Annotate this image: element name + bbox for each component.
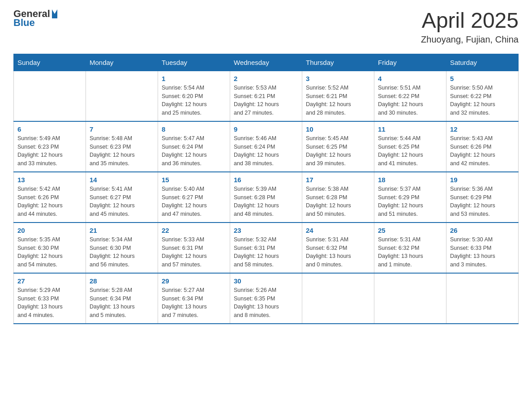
weekday-header-sunday: Sunday	[14, 54, 86, 71]
calendar-cell: 8Sunrise: 5:47 AM Sunset: 6:24 PM Daylig…	[158, 121, 230, 172]
calendar-cell: 19Sunrise: 5:36 AM Sunset: 6:29 PM Dayli…	[446, 172, 519, 223]
day-info: Sunrise: 5:32 AM Sunset: 6:31 PM Dayligh…	[234, 235, 298, 269]
day-info: Sunrise: 5:33 AM Sunset: 6:31 PM Dayligh…	[162, 235, 226, 269]
day-info: Sunrise: 5:48 AM Sunset: 6:23 PM Dayligh…	[90, 134, 154, 168]
calendar-cell: 3Sunrise: 5:52 AM Sunset: 6:21 PM Daylig…	[302, 71, 374, 121]
logo-blue-text: Blue	[13, 18, 57, 28]
day-info: Sunrise: 5:40 AM Sunset: 6:27 PM Dayligh…	[162, 185, 226, 218]
day-info: Sunrise: 5:53 AM Sunset: 6:21 PM Dayligh…	[234, 84, 298, 117]
day-number: 28	[90, 277, 154, 285]
weekday-header-friday: Friday	[374, 54, 446, 71]
calendar-cell: 21Sunrise: 5:34 AM Sunset: 6:30 PM Dayli…	[86, 223, 158, 273]
day-info: Sunrise: 5:44 AM Sunset: 6:25 PM Dayligh…	[378, 134, 442, 168]
day-number: 14	[90, 176, 154, 184]
calendar-cell	[374, 273, 446, 324]
day-number: 13	[17, 176, 82, 184]
day-number: 4	[378, 75, 442, 82]
calendar-cell: 9Sunrise: 5:46 AM Sunset: 6:24 PM Daylig…	[230, 121, 302, 172]
calendar-cell	[446, 273, 519, 324]
calendar-week-row: 6Sunrise: 5:49 AM Sunset: 6:23 PM Daylig…	[14, 121, 519, 172]
calendar-cell: 25Sunrise: 5:31 AM Sunset: 6:32 PM Dayli…	[374, 223, 446, 273]
day-number: 5	[450, 75, 515, 82]
day-info: Sunrise: 5:31 AM Sunset: 6:32 PM Dayligh…	[306, 235, 370, 269]
calendar-cell: 2Sunrise: 5:53 AM Sunset: 6:21 PM Daylig…	[230, 71, 302, 121]
title-block: April 2025 Zhuoyang, Fujian, China	[421, 9, 519, 45]
calendar-cell: 17Sunrise: 5:38 AM Sunset: 6:28 PM Dayli…	[302, 172, 374, 223]
calendar-cell: 10Sunrise: 5:45 AM Sunset: 6:25 PM Dayli…	[302, 121, 374, 172]
calendar-week-row: 27Sunrise: 5:29 AM Sunset: 6:33 PM Dayli…	[14, 273, 519, 324]
logo: General Blue	[13, 9, 57, 28]
calendar-cell: 11Sunrise: 5:44 AM Sunset: 6:25 PM Dayli…	[374, 121, 446, 172]
day-number: 3	[306, 75, 370, 82]
day-number: 9	[234, 125, 298, 133]
day-info: Sunrise: 5:54 AM Sunset: 6:20 PM Dayligh…	[162, 84, 226, 117]
day-info: Sunrise: 5:51 AM Sunset: 6:22 PM Dayligh…	[378, 84, 442, 117]
calendar-cell: 14Sunrise: 5:41 AM Sunset: 6:27 PM Dayli…	[86, 172, 158, 223]
day-info: Sunrise: 5:31 AM Sunset: 6:32 PM Dayligh…	[378, 235, 442, 269]
day-number: 30	[234, 277, 298, 285]
calendar-cell: 23Sunrise: 5:32 AM Sunset: 6:31 PM Dayli…	[230, 223, 302, 273]
calendar-cell: 12Sunrise: 5:43 AM Sunset: 6:26 PM Dayli…	[446, 121, 519, 172]
day-number: 17	[306, 176, 370, 184]
day-number: 7	[90, 125, 154, 133]
calendar-cell: 30Sunrise: 5:26 AM Sunset: 6:35 PM Dayli…	[230, 273, 302, 324]
calendar-cell: 29Sunrise: 5:27 AM Sunset: 6:34 PM Dayli…	[158, 273, 230, 324]
calendar-cell: 28Sunrise: 5:28 AM Sunset: 6:34 PM Dayli…	[86, 273, 158, 324]
day-number: 24	[306, 227, 370, 234]
calendar-cell	[86, 71, 158, 121]
day-info: Sunrise: 5:27 AM Sunset: 6:34 PM Dayligh…	[162, 286, 226, 320]
calendar-cell: 16Sunrise: 5:39 AM Sunset: 6:28 PM Dayli…	[230, 172, 302, 223]
day-info: Sunrise: 5:26 AM Sunset: 6:35 PM Dayligh…	[234, 286, 298, 320]
calendar-cell	[302, 273, 374, 324]
day-number: 20	[17, 227, 82, 234]
calendar-week-row: 13Sunrise: 5:42 AM Sunset: 6:26 PM Dayli…	[14, 172, 519, 223]
calendar-cell: 24Sunrise: 5:31 AM Sunset: 6:32 PM Dayli…	[302, 223, 374, 273]
day-number: 8	[162, 125, 226, 133]
calendar-week-row: 1Sunrise: 5:54 AM Sunset: 6:20 PM Daylig…	[14, 71, 519, 121]
day-number: 2	[234, 75, 298, 82]
calendar-cell: 1Sunrise: 5:54 AM Sunset: 6:20 PM Daylig…	[158, 71, 230, 121]
day-number: 11	[378, 125, 442, 133]
day-number: 16	[234, 176, 298, 184]
day-number: 15	[162, 176, 226, 184]
day-info: Sunrise: 5:34 AM Sunset: 6:30 PM Dayligh…	[90, 235, 154, 269]
day-number: 1	[162, 75, 226, 82]
day-number: 19	[450, 176, 515, 184]
day-info: Sunrise: 5:52 AM Sunset: 6:21 PM Dayligh…	[306, 84, 370, 117]
weekday-header-thursday: Thursday	[302, 54, 374, 71]
calendar-cell: 15Sunrise: 5:40 AM Sunset: 6:27 PM Dayli…	[158, 172, 230, 223]
day-info: Sunrise: 5:36 AM Sunset: 6:29 PM Dayligh…	[450, 185, 515, 218]
calendar-cell	[14, 71, 86, 121]
page-header: General Blue April 2025 Zhuoyang, Fujian…	[13, 9, 519, 45]
calendar-cell: 7Sunrise: 5:48 AM Sunset: 6:23 PM Daylig…	[86, 121, 158, 172]
day-number: 25	[378, 227, 442, 234]
calendar-table: SundayMondayTuesdayWednesdayThursdayFrid…	[13, 54, 519, 324]
day-number: 27	[17, 277, 82, 285]
day-number: 6	[17, 125, 82, 133]
day-number: 21	[90, 227, 154, 234]
weekday-header-saturday: Saturday	[446, 54, 519, 71]
day-info: Sunrise: 5:39 AM Sunset: 6:28 PM Dayligh…	[234, 185, 298, 218]
day-info: Sunrise: 5:28 AM Sunset: 6:34 PM Dayligh…	[90, 286, 154, 320]
day-info: Sunrise: 5:41 AM Sunset: 6:27 PM Dayligh…	[90, 185, 154, 218]
weekday-header-tuesday: Tuesday	[158, 54, 230, 71]
calendar-cell: 6Sunrise: 5:49 AM Sunset: 6:23 PM Daylig…	[14, 121, 86, 172]
day-number: 23	[234, 227, 298, 234]
weekday-header-monday: Monday	[86, 54, 158, 71]
calendar-cell: 26Sunrise: 5:30 AM Sunset: 6:33 PM Dayli…	[446, 223, 519, 273]
day-info: Sunrise: 5:46 AM Sunset: 6:24 PM Dayligh…	[234, 134, 298, 168]
day-number: 29	[162, 277, 226, 285]
calendar-cell: 4Sunrise: 5:51 AM Sunset: 6:22 PM Daylig…	[374, 71, 446, 121]
calendar-cell: 5Sunrise: 5:50 AM Sunset: 6:22 PM Daylig…	[446, 71, 519, 121]
calendar-cell: 22Sunrise: 5:33 AM Sunset: 6:31 PM Dayli…	[158, 223, 230, 273]
day-info: Sunrise: 5:42 AM Sunset: 6:26 PM Dayligh…	[17, 185, 82, 218]
day-info: Sunrise: 5:29 AM Sunset: 6:33 PM Dayligh…	[17, 286, 82, 320]
day-number: 18	[378, 176, 442, 184]
day-number: 26	[450, 227, 515, 234]
day-info: Sunrise: 5:45 AM Sunset: 6:25 PM Dayligh…	[306, 134, 370, 168]
weekday-header-row: SundayMondayTuesdayWednesdayThursdayFrid…	[14, 54, 519, 71]
calendar-cell: 18Sunrise: 5:37 AM Sunset: 6:29 PM Dayli…	[374, 172, 446, 223]
day-info: Sunrise: 5:47 AM Sunset: 6:24 PM Dayligh…	[162, 134, 226, 168]
calendar-cell: 20Sunrise: 5:35 AM Sunset: 6:30 PM Dayli…	[14, 223, 86, 273]
day-info: Sunrise: 5:43 AM Sunset: 6:26 PM Dayligh…	[450, 134, 515, 168]
